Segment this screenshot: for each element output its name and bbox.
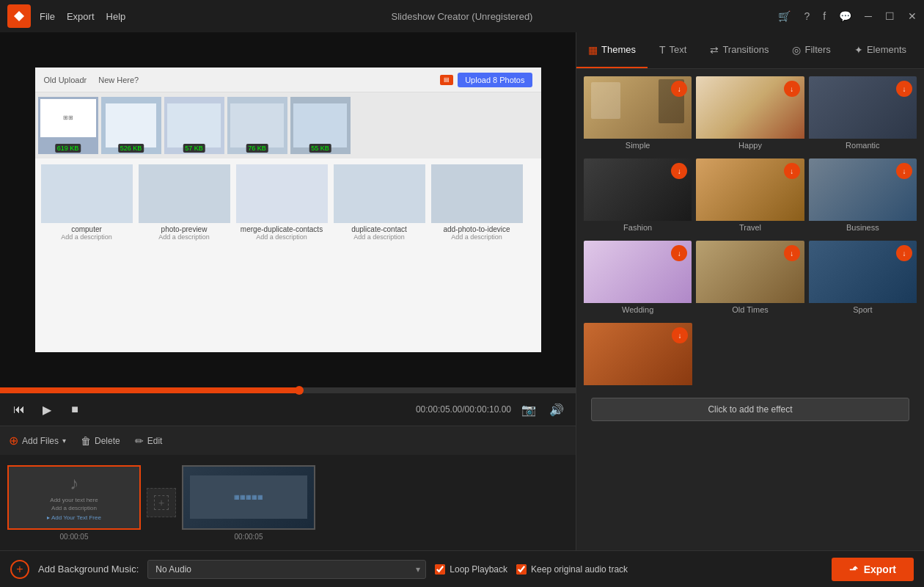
tabs-bar: ▦ Themes T Text ⇄ Transitions ◎ Filters … <box>576 32 924 69</box>
window-controls: 🛒 ? f 💬 ─ ☐ ✕ <box>778 10 917 22</box>
left-panel: Old Uploadr New Here? ▤ Upload 8 Photos … <box>0 32 576 550</box>
preview-grid: computer Add a description photo-preview… <box>35 158 541 247</box>
new-here-text: New Here? <box>98 76 139 84</box>
romantic-name: Romantic <box>809 139 917 154</box>
theme-romantic[interactable]: ↓ Romantic <box>809 76 917 154</box>
screenshot-button[interactable]: 📷 <box>518 399 539 420</box>
theme-last[interactable]: ↓ <box>584 323 692 392</box>
delete-icon: 🗑 <box>81 435 91 447</box>
volume-button[interactable]: 🔊 <box>546 399 567 420</box>
grid-item-0: computer Add a description <box>41 164 133 241</box>
timeline-thumb-1[interactable]: ▦▦▦▦▦ <box>182 465 315 530</box>
bottom-bar: + Add Background Music: No Audio Browse.… <box>0 550 924 587</box>
size-badge-1: 526 KB <box>118 144 144 153</box>
add-music-button[interactable]: + <box>10 560 29 579</box>
thumb-0: ⊞⊞ 619 KB <box>38 97 98 154</box>
maximize-icon[interactable]: ☐ <box>885 10 895 22</box>
theme-business[interactable]: ↓ Business <box>809 158 917 236</box>
add-files-button[interactable]: ⊕ Add Files ▾ <box>9 434 66 448</box>
loop-playback-checkbox[interactable] <box>435 564 445 575</box>
themes-row-0: ↓ Simple ↓ Happy ↓ Romantic <box>584 76 917 154</box>
sport-download-icon[interactable]: ↓ <box>896 245 912 261</box>
oldtimes-download-icon[interactable]: ↓ <box>784 245 800 261</box>
preview-area: Old Uploadr New Here? ▤ Upload 8 Photos … <box>0 32 576 387</box>
themes-row-2: ↓ Wedding ↓ Old Times ↓ Sport <box>584 241 917 318</box>
preview-thumbs: ⊞⊞ 619 KB 526 KB 57 KB <box>35 92 541 158</box>
audio-select[interactable]: No Audio Browse... <box>147 560 426 579</box>
facebook-icon[interactable]: f <box>823 10 826 22</box>
elements-icon: ✦ <box>854 44 863 56</box>
menu-help[interactable]: Help <box>106 11 126 22</box>
progress-fill <box>0 387 299 393</box>
delete-button[interactable]: 🗑 Delete <box>81 435 120 447</box>
theme-wedding[interactable]: ↓ Wedding <box>584 241 692 318</box>
oldtimes-name: Old Times <box>696 303 804 318</box>
theme-fashion[interactable]: ↓ Fashion <box>584 158 692 236</box>
themes-row-3: ↓ <box>584 323 917 392</box>
text-icon: T <box>659 44 666 56</box>
happy-download-icon[interactable]: ↓ <box>784 81 800 97</box>
close-icon[interactable]: ✕ <box>908 10 917 22</box>
tab-themes[interactable]: ▦ Themes <box>576 32 648 68</box>
toolbar: ⊕ Add Files ▾ 🗑 Delete ✏ Edit <box>0 426 576 455</box>
business-download-icon[interactable]: ↓ <box>896 163 912 179</box>
filters-icon: ◎ <box>792 44 801 56</box>
export-button[interactable]: ⬏ Export <box>832 558 914 581</box>
main-content: Old Uploadr New Here? ▤ Upload 8 Photos … <box>0 32 924 550</box>
theme-happy[interactable]: ↓ Happy <box>696 76 804 154</box>
stop-button[interactable]: ■ <box>65 399 85 420</box>
themes-row-1: ↓ Fashion ↓ Travel ↓ Business <box>584 158 917 236</box>
thumb-2: 57 KB <box>164 97 224 154</box>
edit-button[interactable]: ✏ Edit <box>135 435 163 447</box>
titlebar: File Export Help Slideshow Creator (Unre… <box>0 0 924 32</box>
minimize-icon[interactable]: ─ <box>865 10 872 22</box>
size-badge-0: 619 KB <box>55 144 81 153</box>
app-title: Slideshow Creator (Unregistered) <box>392 11 533 22</box>
export-icon: ⬏ <box>849 564 858 575</box>
loop-playback-label: Loop Playback <box>450 564 507 575</box>
tab-transitions[interactable]: ⇄ Transitions <box>698 32 780 68</box>
travel-download-icon[interactable]: ↓ <box>784 163 800 179</box>
timeline-thumb-0[interactable]: ♪ Add your text hereAdd a description ▸ … <box>7 465 141 530</box>
add-files-icon: ⊕ <box>9 434 18 448</box>
size-badge-3: 76 KB <box>246 144 268 153</box>
tab-text[interactable]: T Text <box>648 32 698 68</box>
time-display: 00:00:05.00/00:00:10.00 <box>416 404 511 415</box>
last-name <box>584 385 692 392</box>
romantic-download-icon[interactable]: ↓ <box>896 81 912 97</box>
upload-button[interactable]: Upload 8 Photos <box>458 73 532 87</box>
preview-inner: Old Uploadr New Here? ▤ Upload 8 Photos … <box>35 68 541 352</box>
timeline: ♪ Add your text hereAdd a description ▸ … <box>0 455 576 550</box>
theme-oldtimes[interactable]: ↓ Old Times <box>696 241 804 318</box>
tab-filters[interactable]: ◎ Filters <box>780 32 842 68</box>
keep-audio-checkbox[interactable] <box>516 564 527 575</box>
loop-playback-group: Loop Playback <box>435 564 507 575</box>
simple-name: Simple <box>584 139 692 154</box>
timeline-time-0: 00:00:05 <box>60 533 89 541</box>
grid-item-2: merge-duplicate-contacts Add a descripti… <box>236 164 328 241</box>
menu-bar: File Export Help <box>40 11 125 22</box>
preview-header: Old Uploadr New Here? ▤ Upload 8 Photos <box>35 68 541 92</box>
play-button[interactable]: ▶ <box>37 399 57 420</box>
chat-icon[interactable]: 💬 <box>839 10 851 22</box>
travel-name: Travel <box>696 221 804 236</box>
menu-file[interactable]: File <box>40 11 55 22</box>
menu-export[interactable]: Export <box>67 11 95 22</box>
theme-travel[interactable]: ↓ Travel <box>696 158 804 236</box>
last-download-icon[interactable]: ↓ <box>672 327 688 343</box>
business-name: Business <box>809 221 917 236</box>
theme-simple[interactable]: ↓ Simple <box>584 76 692 154</box>
playback-controls: ⏮ ▶ ■ 00:00:05.00/00:00:10.00 📷 🔊 <box>0 393 576 426</box>
themes-icon: ▦ <box>588 44 598 56</box>
theme-sport[interactable]: ↓ Sport <box>809 241 917 318</box>
grid-item-4: add-photo-to-idevice Add a description <box>431 164 523 241</box>
skip-back-button[interactable]: ⏮ <box>9 399 29 420</box>
shop-icon[interactable]: 🛒 <box>778 10 791 22</box>
progress-bar[interactable] <box>0 387 576 393</box>
tab-elements[interactable]: ✦ Elements <box>843 32 918 68</box>
fashion-name: Fashion <box>584 221 692 236</box>
wedding-name: Wedding <box>584 303 692 318</box>
effect-tooltip: Click to add the effect <box>591 398 909 421</box>
keep-audio-label: Keep original audio track <box>531 564 628 575</box>
help-icon[interactable]: ? <box>804 10 810 22</box>
